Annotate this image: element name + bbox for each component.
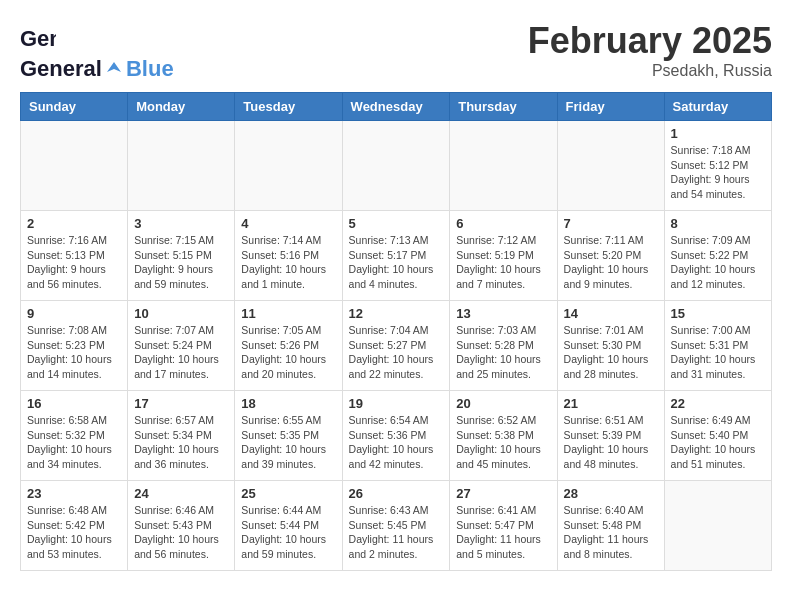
- day-number: 6: [456, 216, 550, 231]
- day-cell: 5Sunrise: 7:13 AM Sunset: 5:17 PM Daylig…: [342, 211, 450, 301]
- day-info: Sunrise: 6:46 AM Sunset: 5:43 PM Dayligh…: [134, 503, 228, 562]
- day-cell: [557, 121, 664, 211]
- day-info: Sunrise: 6:43 AM Sunset: 5:45 PM Dayligh…: [349, 503, 444, 562]
- day-cell: 17Sunrise: 6:57 AM Sunset: 5:34 PM Dayli…: [128, 391, 235, 481]
- day-cell: 25Sunrise: 6:44 AM Sunset: 5:44 PM Dayli…: [235, 481, 342, 571]
- day-cell: [235, 121, 342, 211]
- logo-bird-icon: [103, 58, 125, 80]
- day-info: Sunrise: 7:15 AM Sunset: 5:15 PM Dayligh…: [134, 233, 228, 292]
- day-number: 7: [564, 216, 658, 231]
- day-cell: 18Sunrise: 6:55 AM Sunset: 5:35 PM Dayli…: [235, 391, 342, 481]
- day-cell: 28Sunrise: 6:40 AM Sunset: 5:48 PM Dayli…: [557, 481, 664, 571]
- day-info: Sunrise: 7:04 AM Sunset: 5:27 PM Dayligh…: [349, 323, 444, 382]
- day-number: 19: [349, 396, 444, 411]
- day-number: 11: [241, 306, 335, 321]
- day-info: Sunrise: 6:44 AM Sunset: 5:44 PM Dayligh…: [241, 503, 335, 562]
- header-saturday: Saturday: [664, 93, 771, 121]
- svg-text:General: General: [20, 26, 56, 51]
- day-cell: [450, 121, 557, 211]
- week-row-2: 2Sunrise: 7:16 AM Sunset: 5:13 PM Daylig…: [21, 211, 772, 301]
- day-info: Sunrise: 7:18 AM Sunset: 5:12 PM Dayligh…: [671, 143, 765, 202]
- day-number: 14: [564, 306, 658, 321]
- day-info: Sunrise: 7:08 AM Sunset: 5:23 PM Dayligh…: [27, 323, 121, 382]
- day-number: 26: [349, 486, 444, 501]
- day-number: 27: [456, 486, 550, 501]
- day-cell: 22Sunrise: 6:49 AM Sunset: 5:40 PM Dayli…: [664, 391, 771, 481]
- header-wednesday: Wednesday: [342, 93, 450, 121]
- header-thursday: Thursday: [450, 93, 557, 121]
- day-info: Sunrise: 6:41 AM Sunset: 5:47 PM Dayligh…: [456, 503, 550, 562]
- calendar-table: SundayMondayTuesdayWednesdayThursdayFrid…: [20, 92, 772, 571]
- day-info: Sunrise: 6:40 AM Sunset: 5:48 PM Dayligh…: [564, 503, 658, 562]
- page-header: General General Blue February 2025 Pseda…: [20, 20, 772, 82]
- logo-blue: Blue: [126, 56, 174, 82]
- day-cell: 11Sunrise: 7:05 AM Sunset: 5:26 PM Dayli…: [235, 301, 342, 391]
- day-info: Sunrise: 6:49 AM Sunset: 5:40 PM Dayligh…: [671, 413, 765, 472]
- day-cell: 13Sunrise: 7:03 AM Sunset: 5:28 PM Dayli…: [450, 301, 557, 391]
- day-cell: 16Sunrise: 6:58 AM Sunset: 5:32 PM Dayli…: [21, 391, 128, 481]
- day-number: 10: [134, 306, 228, 321]
- day-info: Sunrise: 7:11 AM Sunset: 5:20 PM Dayligh…: [564, 233, 658, 292]
- header-friday: Friday: [557, 93, 664, 121]
- day-cell: [128, 121, 235, 211]
- week-row-3: 9Sunrise: 7:08 AM Sunset: 5:23 PM Daylig…: [21, 301, 772, 391]
- day-number: 21: [564, 396, 658, 411]
- day-info: Sunrise: 6:52 AM Sunset: 5:38 PM Dayligh…: [456, 413, 550, 472]
- day-info: Sunrise: 6:55 AM Sunset: 5:35 PM Dayligh…: [241, 413, 335, 472]
- week-row-1: 1Sunrise: 7:18 AM Sunset: 5:12 PM Daylig…: [21, 121, 772, 211]
- title-block: February 2025 Psedakh, Russia: [528, 20, 772, 80]
- day-info: Sunrise: 7:07 AM Sunset: 5:24 PM Dayligh…: [134, 323, 228, 382]
- day-number: 8: [671, 216, 765, 231]
- day-cell: 15Sunrise: 7:00 AM Sunset: 5:31 PM Dayli…: [664, 301, 771, 391]
- header-sunday: Sunday: [21, 93, 128, 121]
- header-tuesday: Tuesday: [235, 93, 342, 121]
- day-number: 22: [671, 396, 765, 411]
- day-info: Sunrise: 6:57 AM Sunset: 5:34 PM Dayligh…: [134, 413, 228, 472]
- day-cell: 24Sunrise: 6:46 AM Sunset: 5:43 PM Dayli…: [128, 481, 235, 571]
- day-cell: 2Sunrise: 7:16 AM Sunset: 5:13 PM Daylig…: [21, 211, 128, 301]
- day-cell: 3Sunrise: 7:15 AM Sunset: 5:15 PM Daylig…: [128, 211, 235, 301]
- logo: General General Blue: [20, 20, 174, 82]
- day-cell: 27Sunrise: 6:41 AM Sunset: 5:47 PM Dayli…: [450, 481, 557, 571]
- day-cell: 9Sunrise: 7:08 AM Sunset: 5:23 PM Daylig…: [21, 301, 128, 391]
- day-cell: [342, 121, 450, 211]
- day-cell: 19Sunrise: 6:54 AM Sunset: 5:36 PM Dayli…: [342, 391, 450, 481]
- day-number: 28: [564, 486, 658, 501]
- logo-general: General: [20, 56, 102, 82]
- day-number: 2: [27, 216, 121, 231]
- day-number: 18: [241, 396, 335, 411]
- day-info: Sunrise: 6:51 AM Sunset: 5:39 PM Dayligh…: [564, 413, 658, 472]
- day-number: 12: [349, 306, 444, 321]
- logo-icon: General: [20, 20, 56, 56]
- day-info: Sunrise: 7:00 AM Sunset: 5:31 PM Dayligh…: [671, 323, 765, 382]
- day-info: Sunrise: 6:58 AM Sunset: 5:32 PM Dayligh…: [27, 413, 121, 472]
- day-number: 24: [134, 486, 228, 501]
- calendar-header-row: SundayMondayTuesdayWednesdayThursdayFrid…: [21, 93, 772, 121]
- day-number: 5: [349, 216, 444, 231]
- day-number: 15: [671, 306, 765, 321]
- day-cell: 10Sunrise: 7:07 AM Sunset: 5:24 PM Dayli…: [128, 301, 235, 391]
- day-number: 25: [241, 486, 335, 501]
- day-cell: 12Sunrise: 7:04 AM Sunset: 5:27 PM Dayli…: [342, 301, 450, 391]
- day-cell: [21, 121, 128, 211]
- day-cell: 8Sunrise: 7:09 AM Sunset: 5:22 PM Daylig…: [664, 211, 771, 301]
- day-cell: 7Sunrise: 7:11 AM Sunset: 5:20 PM Daylig…: [557, 211, 664, 301]
- location: Psedakh, Russia: [528, 62, 772, 80]
- day-cell: 4Sunrise: 7:14 AM Sunset: 5:16 PM Daylig…: [235, 211, 342, 301]
- day-number: 16: [27, 396, 121, 411]
- day-info: Sunrise: 7:03 AM Sunset: 5:28 PM Dayligh…: [456, 323, 550, 382]
- day-number: 4: [241, 216, 335, 231]
- day-number: 20: [456, 396, 550, 411]
- day-cell: 1Sunrise: 7:18 AM Sunset: 5:12 PM Daylig…: [664, 121, 771, 211]
- day-info: Sunrise: 6:48 AM Sunset: 5:42 PM Dayligh…: [27, 503, 121, 562]
- day-info: Sunrise: 7:13 AM Sunset: 5:17 PM Dayligh…: [349, 233, 444, 292]
- day-cell: 23Sunrise: 6:48 AM Sunset: 5:42 PM Dayli…: [21, 481, 128, 571]
- day-cell: 20Sunrise: 6:52 AM Sunset: 5:38 PM Dayli…: [450, 391, 557, 481]
- day-cell: [664, 481, 771, 571]
- day-info: Sunrise: 6:54 AM Sunset: 5:36 PM Dayligh…: [349, 413, 444, 472]
- day-number: 17: [134, 396, 228, 411]
- day-info: Sunrise: 7:05 AM Sunset: 5:26 PM Dayligh…: [241, 323, 335, 382]
- day-number: 1: [671, 126, 765, 141]
- week-row-4: 16Sunrise: 6:58 AM Sunset: 5:32 PM Dayli…: [21, 391, 772, 481]
- day-number: 13: [456, 306, 550, 321]
